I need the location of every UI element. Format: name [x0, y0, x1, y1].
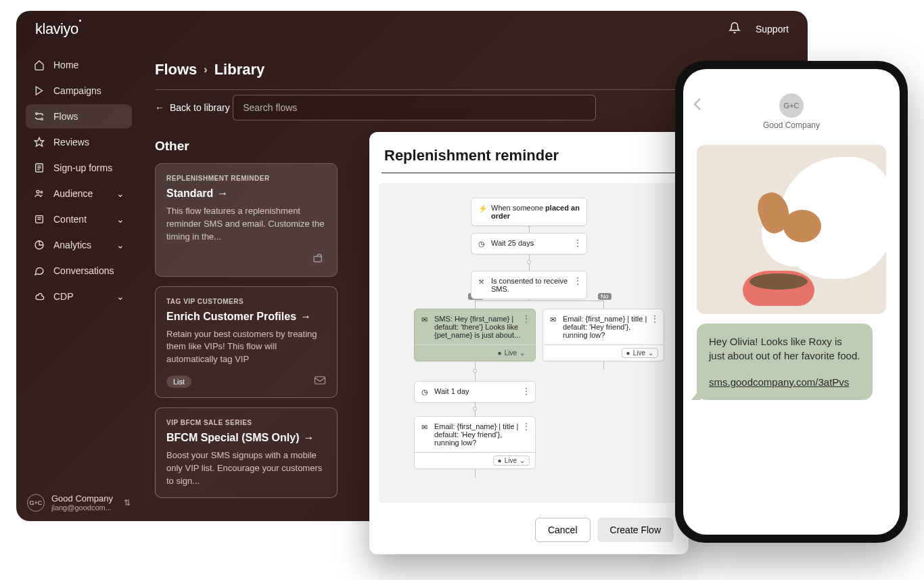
modal-title: Replenishment reminder: [369, 132, 689, 173]
support-link[interactable]: Support: [756, 24, 789, 35]
node-menu-icon[interactable]: ⋮: [574, 276, 582, 286]
account-switcher[interactable]: G+C Good Company jlang@goodcom... ⇅: [26, 489, 132, 516]
analytics-icon: [33, 240, 45, 250]
svg-point-5: [37, 190, 39, 193]
expand-icon: ⇅: [124, 498, 131, 508]
card-title: Enrich Customer Profiles→: [166, 311, 326, 323]
nav-reviews[interactable]: Reviews: [26, 130, 132, 154]
email-icon: ✉: [421, 423, 430, 432]
card-description: Boost your SMS signups with a mobile onl…: [166, 449, 326, 488]
divider: [382, 173, 676, 173]
chevron-right-icon: ›: [204, 64, 207, 76]
chevron-down-icon: ⌄: [116, 240, 124, 250]
trigger-node[interactable]: ⚡When someone placed an order: [471, 198, 587, 226]
nav-conversations[interactable]: Conversations: [26, 259, 132, 283]
nav-cdp[interactable]: CDP ⌄: [26, 284, 132, 309]
bolt-icon: ⚡: [478, 204, 486, 213]
account-avatar: G+C: [27, 494, 45, 512]
flow-card-bfcm[interactable]: VIP BFCM SALE SERIES BFCM Special (SMS O…: [155, 407, 338, 498]
wait-1-node[interactable]: ◷Wait 1 day ⋮: [414, 381, 536, 403]
card-title: BFCM Special (SMS Only)→: [166, 432, 326, 444]
arrow-right-icon: →: [300, 311, 311, 323]
node-menu-icon[interactable]: ⋮: [522, 422, 530, 431]
split-icon: ⤲: [478, 277, 486, 286]
svg-marker-3: [34, 137, 43, 146]
status-live[interactable]: ● Live ⌄: [415, 344, 535, 361]
contact-name: Good Company: [763, 120, 820, 130]
nav-flows[interactable]: Flows: [26, 104, 132, 129]
consent-node[interactable]: ⤲Is consented to receive SMS. ⋮: [471, 271, 587, 299]
chevron-down-icon: ⌄: [116, 291, 124, 302]
email-node-2[interactable]: ✉Email: {first_name} | title | default: …: [414, 416, 536, 469]
nav-signup-forms[interactable]: Sign-up forms: [26, 156, 132, 180]
conversations-icon: [33, 265, 45, 276]
card-description: Retain your best customers by treating t…: [166, 328, 326, 367]
cancel-button[interactable]: Cancel: [535, 518, 591, 542]
card-eyebrow: REPLENISHMENT REMINDER: [166, 175, 326, 182]
clock-icon: ◷: [478, 240, 486, 248]
audience-icon: [33, 188, 45, 199]
card-description: This flow features a replenishment remin…: [166, 205, 326, 244]
phone-back-icon[interactable]: [693, 97, 702, 114]
nav-campaigns[interactable]: Campaigns: [26, 79, 132, 103]
sms-node[interactable]: ✉SMS: Hey {first_name} | default: 'there…: [414, 309, 536, 361]
node-menu-icon[interactable]: ⋮: [574, 238, 582, 248]
svg-rect-9: [315, 377, 325, 384]
nav-analytics[interactable]: Analytics ⌄: [26, 233, 132, 257]
svg-rect-8: [314, 256, 321, 261]
card-eyebrow: TAG VIP CUSTOMERS: [166, 298, 326, 305]
email-node[interactable]: ✉Email: {first_name} | title | default: …: [542, 309, 664, 361]
nav-home[interactable]: Home: [26, 53, 132, 77]
flows-icon: [33, 111, 45, 122]
status-live[interactable]: ● Live ⌄: [415, 452, 535, 468]
account-name: Good Company: [51, 493, 117, 504]
arrow-left-icon: ←: [155, 102, 164, 113]
nav-content[interactable]: Content ⌄: [26, 207, 132, 231]
breadcrumb-flows[interactable]: Flows: [155, 61, 197, 79]
search-flows-input[interactable]: [233, 95, 596, 120]
sms-link[interactable]: sms.goodcompany.com/3atPvs: [709, 375, 860, 389]
list-chip: List: [166, 376, 191, 388]
form-icon: [33, 162, 45, 173]
chevron-down-icon: ⌄: [116, 188, 124, 199]
home-icon: [33, 60, 45, 70]
bell-icon[interactable]: [729, 22, 741, 37]
account-email: jlang@goodcom...: [51, 504, 117, 512]
mms-image: [697, 145, 886, 314]
flow-card-vip[interactable]: TAG VIP CUSTOMERS Enrich Customer Profil…: [155, 286, 338, 399]
sms-text: Hey Olivia! Looks like Roxy is just abou…: [709, 336, 860, 361]
arrow-right-icon: →: [303, 432, 314, 444]
campaigns-icon: [33, 85, 45, 96]
email-icon: ✉: [550, 315, 558, 324]
clock-icon: ◷: [421, 388, 430, 397]
app-header: klaviyo▪ Support: [16, 11, 808, 47]
star-icon: [33, 137, 45, 148]
arrow-right-icon: →: [217, 187, 228, 200]
sidebar: Home Campaigns Flows Reviews Sign-up for…: [16, 47, 141, 521]
phone-preview: G+C Good Company Hey Olivia! Looks like …: [675, 61, 908, 543]
flow-canvas[interactable]: Yes No ⚡When someone placed an order ◷Wa…: [379, 183, 679, 503]
email-icon: [314, 376, 326, 388]
node-menu-icon[interactable]: ⋮: [522, 314, 530, 324]
nav-audience[interactable]: Audience ⌄: [26, 181, 132, 206]
logo: klaviyo▪: [35, 20, 80, 38]
wait-25-node[interactable]: ◷Wait 25 days ⋮: [471, 233, 587, 254]
contact-avatar: G+C: [779, 93, 804, 118]
flow-preview-modal: Replenishment reminder Yes No ⚡When some…: [369, 132, 689, 554]
back-to-library[interactable]: ← Back to library: [155, 102, 230, 113]
sms-bubble: Hey Olivia! Looks like Roxy is just abou…: [697, 324, 873, 400]
card-eyebrow: VIP BFCM SALE SERIES: [166, 419, 326, 426]
svg-point-6: [41, 192, 43, 194]
node-menu-icon[interactable]: ⋮: [651, 314, 659, 324]
chevron-down-icon: ⌄: [116, 214, 124, 225]
status-live[interactable]: ● Live ⌄: [543, 344, 664, 361]
svg-point-2: [41, 118, 43, 120]
card-title: Standard→: [166, 187, 326, 200]
svg-marker-0: [36, 87, 42, 95]
flow-card-replenishment[interactable]: REPLENISHMENT REMINDER Standard→ This fl…: [155, 163, 338, 277]
connector: [475, 300, 476, 309]
connector: [603, 300, 604, 309]
sms-icon: ✉: [421, 315, 430, 324]
node-menu-icon[interactable]: ⋮: [522, 386, 530, 396]
create-flow-button[interactable]: Create Flow: [597, 518, 674, 542]
